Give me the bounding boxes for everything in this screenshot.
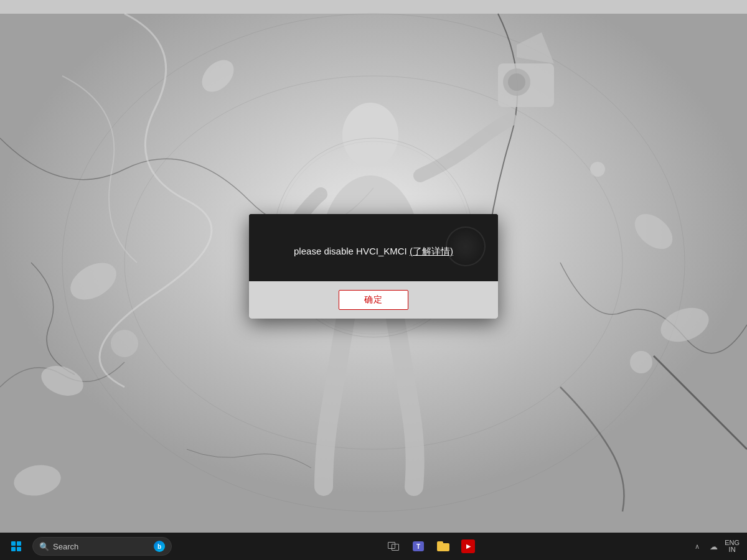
tray-overflow-button[interactable]: ∧ [690, 539, 705, 554]
system-tray: ∧ ☁ [690, 539, 721, 554]
taskbar-right: ∧ ☁ ENG IN [690, 538, 742, 554]
teams-icon: T [413, 541, 424, 551]
taskbar-task-view[interactable] [382, 535, 405, 558]
svg-point-7 [508, 73, 525, 91]
task-view-icon [388, 542, 399, 551]
dialog: please disable HVCI_KMCI (了解详情) 确定 [249, 214, 498, 319]
desktop: please disable HVCI_KMCI (了解详情) 确定 🔍 [0, 0, 747, 560]
svg-point-17 [590, 162, 605, 177]
windows-logo-q2 [17, 541, 21, 546]
lang-secondary: IN [729, 546, 736, 553]
search-icon: 🔍 [39, 542, 49, 551]
game-app-icon: ▶ [461, 539, 475, 553]
svg-point-16 [111, 330, 138, 357]
taskbar-game-app[interactable]: ▶ [457, 535, 479, 558]
windows-logo-q4 [17, 547, 21, 551]
dialog-learn-more-link[interactable]: (了解详情) [410, 246, 453, 256]
cloud-icon: ☁ [710, 542, 718, 551]
tray-network-icon[interactable]: ☁ [706, 539, 721, 554]
windows-logo-icon [11, 541, 21, 551]
taskbar: 🔍 Search b T ▶ [0, 533, 747, 560]
dialog-message: please disable HVCI_KMCI (了解详情) [274, 244, 473, 259]
taskbar-file-explorer[interactable] [432, 535, 454, 558]
dialog-message-main: please disable HVCI_KMCI [294, 246, 410, 256]
confirm-button[interactable]: 确定 [339, 290, 408, 310]
taskbar-center: T ▶ [172, 535, 690, 558]
svg-point-15 [630, 351, 652, 373]
windows-logo-q1 [11, 541, 16, 546]
search-label: Search [53, 542, 150, 551]
taskbar-left: 🔍 Search b [5, 535, 172, 558]
file-explorer-icon [437, 541, 449, 551]
search-bar[interactable]: 🔍 Search b [32, 537, 172, 556]
windows-start-button[interactable] [5, 535, 27, 558]
folder-body [437, 543, 449, 551]
dialog-footer: 确定 [249, 281, 498, 319]
svg-point-3 [342, 103, 398, 167]
language-indicator[interactable]: ENG IN [722, 538, 742, 554]
chevron-up-icon: ∧ [695, 543, 700, 551]
windows-logo-q3 [11, 547, 16, 551]
bing-icon: b [154, 541, 165, 552]
dialog-content: please disable HVCI_KMCI (了解详情) [249, 214, 498, 281]
taskbar-teams[interactable]: T [407, 535, 430, 558]
